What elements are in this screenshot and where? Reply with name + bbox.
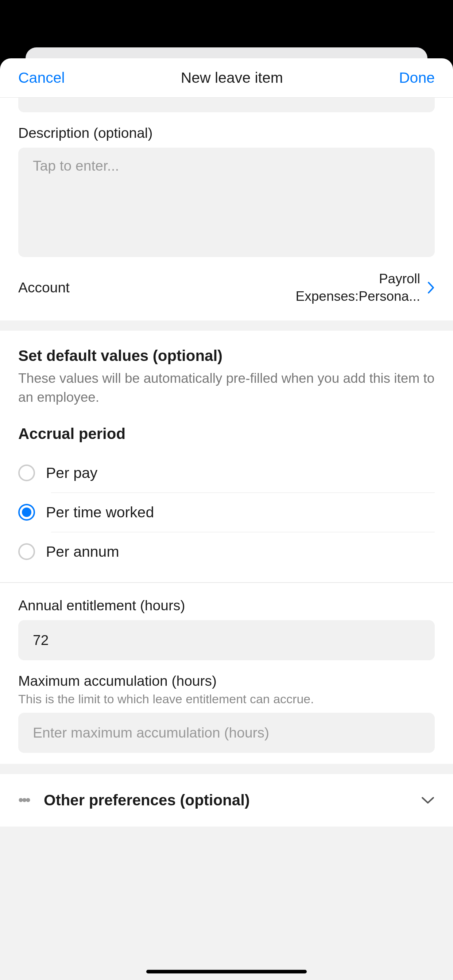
radio-label: Per pay [46, 465, 97, 482]
defaults-heading: Set default values (optional) [18, 347, 435, 364]
other-preferences-label: Other preferences (optional) [44, 792, 250, 809]
radio-per-time-worked[interactable]: Per time worked [18, 493, 435, 532]
more-dots-icon: ••• [18, 792, 29, 808]
cancel-button[interactable]: Cancel [18, 69, 65, 86]
radio-circle-icon [18, 465, 35, 481]
annual-entitlement-label: Annual entitlement (hours) [18, 598, 435, 614]
entitlement-section: Annual entitlement (hours) Maximum accum… [0, 583, 453, 764]
defaults-subtext: These values will be automatically pre-f… [18, 369, 435, 407]
account-value: Payroll Expenses:Persona... [267, 270, 420, 305]
max-accumulation-subtext: This is the limit to which leave entitle… [18, 692, 435, 706]
radio-circle-icon [18, 543, 35, 560]
max-accumulation-label: Maximum accumulation (hours) [18, 673, 435, 689]
modal-title: New leave item [181, 69, 283, 86]
account-right: Payroll Expenses:Persona... [267, 270, 435, 305]
radio-label: Per annum [46, 543, 119, 560]
description-section: Description (optional) Account Payroll E… [0, 98, 453, 320]
section-gap [0, 320, 453, 331]
radio-circle-selected-icon [18, 504, 35, 520]
modal-sheet: Cancel New leave item Done Description (… [0, 58, 453, 980]
prior-input-stub[interactable] [18, 98, 435, 112]
accrual-radio-group: Per pay Per time worked Per annum [18, 453, 435, 571]
other-preferences-row[interactable]: ••• Other preferences (optional) [0, 774, 453, 827]
description-input[interactable] [18, 148, 435, 257]
section-gap [0, 764, 453, 774]
radio-per-annum[interactable]: Per annum [18, 532, 435, 571]
bottom-spacer [0, 827, 453, 869]
modal-body: Description (optional) Account Payroll E… [0, 98, 453, 980]
max-accumulation-input[interactable] [18, 713, 435, 753]
done-button[interactable]: Done [399, 69, 435, 86]
radio-dot-icon [22, 508, 31, 517]
chevron-right-icon [427, 282, 435, 294]
accrual-heading: Accrual period [18, 425, 435, 442]
annual-entitlement-input[interactable] [18, 620, 435, 660]
description-label: Description (optional) [18, 125, 435, 141]
home-indicator [146, 970, 307, 974]
defaults-section: Set default values (optional) These valu… [0, 331, 453, 582]
account-row[interactable]: Account Payroll Expenses:Persona... [18, 258, 435, 310]
prefs-left: ••• Other preferences (optional) [18, 792, 250, 809]
radio-label: Per time worked [46, 504, 154, 521]
account-label: Account [18, 280, 70, 296]
chevron-down-icon [421, 796, 435, 805]
radio-per-pay[interactable]: Per pay [18, 453, 435, 493]
modal-header: Cancel New leave item Done [0, 58, 453, 98]
